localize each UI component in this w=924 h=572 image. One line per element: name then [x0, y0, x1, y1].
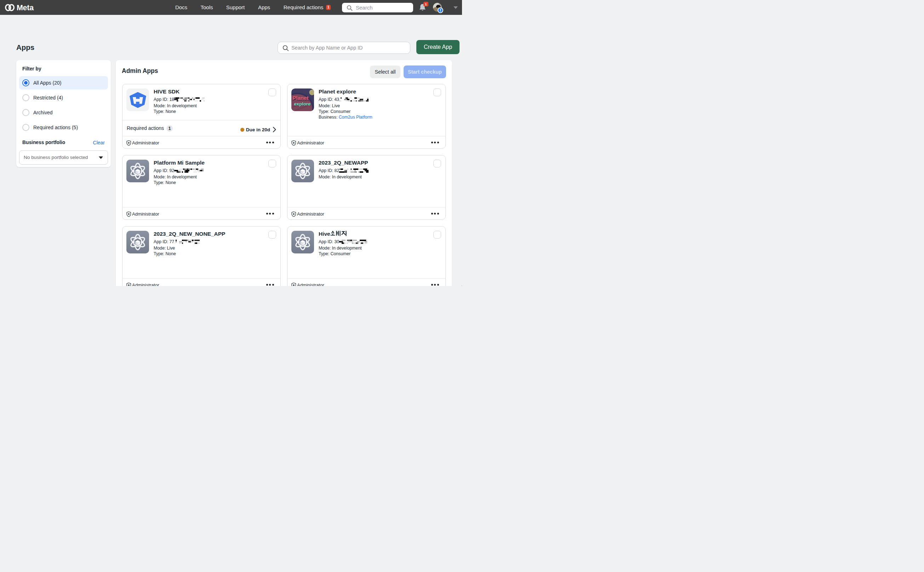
svg-text:Meta: Meta	[17, 3, 34, 12]
svg-text:Planet: Planet	[293, 95, 309, 101]
svg-text:explore: explore	[294, 101, 311, 107]
